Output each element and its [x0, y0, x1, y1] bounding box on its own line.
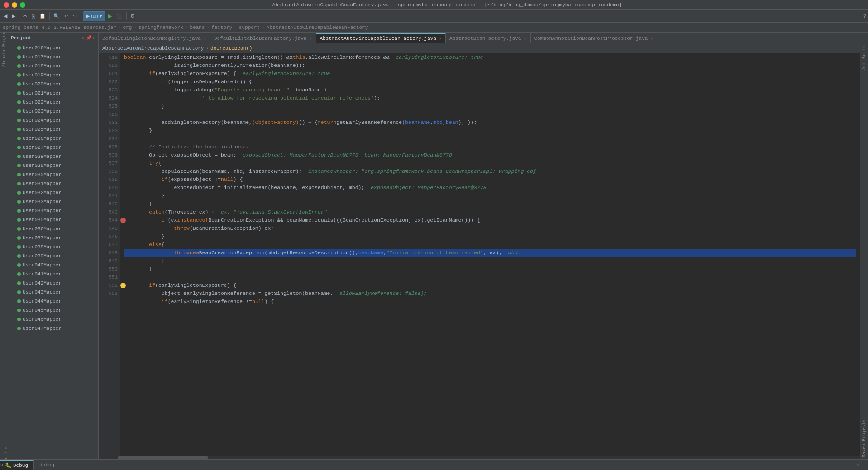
bottom-tabs: 🐛 Debug debug ⚙ —	[0, 460, 868, 470]
structure-icon[interactable]: Structure	[0, 52, 8, 60]
list-item[interactable]: User022Mapper	[8, 98, 98, 107]
item-label: User020Mapper	[23, 81, 62, 87]
minimize-button[interactable]	[12, 2, 17, 8]
list-item[interactable]: User042Mapper	[8, 279, 98, 288]
list-item[interactable]: User017Mapper	[8, 52, 98, 62]
breadcrumb-beans[interactable]: beans	[190, 25, 205, 30]
item-label: User036Mapper	[23, 226, 62, 232]
settings-button[interactable]: ⚙	[129, 11, 137, 21]
redo-button[interactable]: ↪	[71, 11, 79, 21]
panel-settings-icon[interactable]: ⚙	[82, 35, 85, 41]
forward-button[interactable]: ▶	[10, 11, 17, 21]
list-item[interactable]: User029Mapper	[8, 161, 98, 170]
list-item[interactable]: User025Mapper	[8, 125, 98, 134]
tab-close-icon[interactable]: ✕	[650, 36, 653, 41]
list-item[interactable]: User043Mapper	[8, 288, 98, 297]
breadcrumb: spring-beans-4.0.2.RELEASE-sources.jar ›…	[0, 23, 868, 33]
code-line: if (exposedObject != null) {	[124, 176, 856, 184]
horizontal-scrollbar[interactable]	[99, 456, 860, 459]
list-item[interactable]: User038Mapper	[8, 242, 98, 252]
back-button[interactable]: ◀	[2, 11, 9, 21]
item-label: User045Mapper	[23, 308, 62, 313]
tab-close-icon[interactable]: ✕	[524, 36, 526, 41]
editor-breadcrumb: AbstractAutowireCapableBeanFactory › doC…	[99, 43, 860, 53]
status-dot	[17, 164, 21, 167]
panel-pin-icon[interactable]: 📌	[86, 35, 91, 41]
code-line: try {	[124, 159, 856, 167]
list-item[interactable]: User039Mapper	[8, 252, 98, 261]
stop-button[interactable]: ⬛	[114, 11, 124, 21]
item-label: User032Mapper	[23, 190, 62, 195]
breadcrumb-factory[interactable]: factory	[211, 25, 232, 30]
favorites-icon[interactable]: Z Favorites	[0, 452, 8, 459]
cut-button[interactable]: ✂	[21, 11, 29, 21]
list-item[interactable]: User019Mapper	[8, 71, 98, 80]
breadcrumb-class[interactable]: AbstractAutowireCapableBeanFactory	[267, 25, 368, 30]
list-item[interactable]: User020Mapper	[8, 80, 98, 89]
breadcrumb-support[interactable]: support	[239, 25, 260, 30]
list-item[interactable]: User024Mapper	[8, 116, 98, 125]
ant-build-panel[interactable]: Ant Build	[860, 43, 868, 71]
status-dot	[17, 146, 21, 149]
help-button[interactable]: ?	[863, 14, 866, 19]
tab-defaultsingleton[interactable]: DefaultSingletonBeanRegistry.java ✕	[99, 33, 210, 43]
list-item[interactable]: User040Mapper	[8, 261, 98, 270]
tab-commonannotation[interactable]: CommonAnnotationBeanPostProcessor.java ✕	[531, 33, 658, 43]
code-line: // Initialize the bean instance.	[124, 143, 856, 151]
run-button[interactable]: ▶ run ▾	[83, 11, 105, 21]
debug-run-button[interactable]: ▶	[106, 11, 114, 21]
list-item[interactable]: User045Mapper	[8, 306, 98, 315]
list-item[interactable]: User031Mapper	[8, 179, 98, 188]
code-line: Object earlySingletonReference = getSing…	[124, 290, 856, 298]
copy-button[interactable]: ⎘	[30, 11, 37, 21]
minimize-panel-icon[interactable]: —	[862, 462, 864, 467]
breadcrumb-org[interactable]: org	[123, 25, 132, 30]
list-item[interactable]: User030Mapper	[8, 170, 98, 179]
list-item[interactable]: User016Mapper	[8, 43, 98, 52]
panel-close-icon[interactable]: ✕	[93, 35, 95, 41]
list-item[interactable]: User047Mapper	[8, 324, 98, 333]
status-dot	[17, 109, 21, 113]
list-item[interactable]: User021Mapper	[8, 89, 98, 98]
undo-button[interactable]: ↩	[62, 11, 70, 21]
tab-debug2[interactable]: debug	[34, 460, 60, 470]
maximize-button[interactable]	[20, 2, 25, 8]
close-button[interactable]	[4, 2, 9, 8]
tab-close-icon[interactable]: ✕	[310, 36, 312, 41]
list-item[interactable]: User037Mapper	[8, 233, 98, 242]
list-item[interactable]: User032Mapper	[8, 188, 98, 197]
paste-button[interactable]: 📋	[38, 11, 48, 21]
code-line: if (logger.isDebugEnabled()) {	[124, 78, 856, 86]
list-item[interactable]: User041Mapper	[8, 270, 98, 279]
tab-close-icon[interactable]: ✕	[204, 36, 206, 41]
tab-abstractbean[interactable]: AbstractBeanFactory.java ✕	[446, 33, 530, 43]
status-dot	[17, 227, 21, 231]
list-item[interactable]: User035Mapper	[8, 215, 98, 224]
breadcrumb-jar[interactable]: spring-beans-4.0.2.RELEASE-sources.jar	[3, 25, 116, 30]
list-item[interactable]: User023Mapper	[8, 107, 98, 116]
list-item[interactable]: User036Mapper	[8, 224, 98, 233]
maven-projects-panel[interactable]: Maven Projects	[860, 418, 868, 459]
tab-abstractautowire[interactable]: AbstractAutowireCapableBeanFactory.java …	[316, 33, 446, 43]
list-item[interactable]: User046Mapper	[8, 315, 98, 324]
list-item[interactable]: User028Mapper	[8, 152, 98, 161]
list-item[interactable]: User033Mapper	[8, 197, 98, 206]
find-button[interactable]: 🔍	[52, 11, 62, 21]
code-line: Object exposedObject = bean; exposedObje…	[124, 151, 856, 159]
list-item[interactable]: User044Mapper	[8, 297, 98, 306]
settings-gear-icon[interactable]: ⚙	[857, 462, 860, 468]
project-tree[interactable]: User016Mapper User017Mapper User018Mappe…	[8, 43, 98, 459]
tab-defaultlistable[interactable]: DefaultListableBeanFactory.java ✕	[210, 33, 316, 43]
list-item[interactable]: User018Mapper	[8, 62, 98, 71]
project-icon[interactable]: Project	[0, 34, 8, 42]
list-item[interactable]: User026Mapper	[8, 134, 98, 143]
breadcrumb-springframework[interactable]: springframework	[138, 25, 183, 30]
status-dot	[17, 155, 21, 158]
code-editor[interactable]: AbstractAutowireCapableBeanFactory › doC…	[99, 43, 860, 459]
tab-close-icon[interactable]: ✕	[439, 36, 442, 41]
list-item[interactable]: User027Mapper	[8, 143, 98, 152]
scrollbar-thumb[interactable]	[118, 456, 208, 459]
item-label: User033Mapper	[23, 199, 62, 204]
status-dot	[17, 137, 21, 140]
list-item[interactable]: User034Mapper	[8, 206, 98, 215]
